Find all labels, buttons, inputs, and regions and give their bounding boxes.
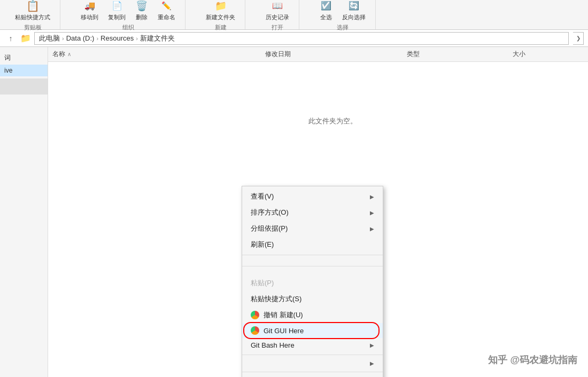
new-group-label: 新建 xyxy=(215,23,227,32)
reverse-select-icon: 🔄 xyxy=(347,0,360,12)
open-group-label: 打开 xyxy=(272,23,283,32)
sidebar-placeholder xyxy=(0,78,48,95)
folder-icon: 📁 xyxy=(21,34,30,43)
reverse-select-label: 反向选择 xyxy=(342,13,366,21)
column-header-size[interactable]: 大小 xyxy=(513,50,584,59)
column-header-type[interactable]: 类型 xyxy=(407,50,513,59)
column-date-label: 修改日期 xyxy=(265,50,291,59)
ctx-separator-3 xyxy=(242,355,383,355)
breadcrumb-part-newfolder: 新建文件夹 xyxy=(140,34,175,43)
move-icon: 🚚 xyxy=(83,0,96,12)
sort-arrow-icon: ∧ xyxy=(67,51,71,57)
ctx-sort-arrow: ▶ xyxy=(370,210,374,216)
ribbon-group-clipboard: 📋 粘贴快捷方式 剪贴板 xyxy=(5,0,60,29)
column-type-label: 类型 xyxy=(407,50,420,59)
breadcrumb-separator-3: › xyxy=(136,35,138,42)
column-size-label: 大小 xyxy=(513,50,525,59)
copy-to-label: 复制到 xyxy=(108,13,126,21)
ctx-item-customize[interactable] xyxy=(242,257,383,264)
column-name-label: 名称 xyxy=(52,50,65,59)
rename-button[interactable]: ✏️ 重命名 xyxy=(154,0,179,22)
ctx-item-new[interactable]: ▶ xyxy=(242,357,383,370)
select-all-label: 全选 xyxy=(320,13,332,21)
sidebar-item-label: 词 xyxy=(4,54,11,61)
sidebar-item-ive[interactable]: ive xyxy=(0,65,48,76)
ribbon-group-open: 📖 历史记录 打开 xyxy=(256,0,299,29)
select-all-button[interactable]: ☑️ 全选 xyxy=(316,0,336,22)
ribbon-group-select: ☑️ 全选 🔄 反向选择 选择 xyxy=(310,0,376,29)
watermark: 知乎 @码农避坑指南 xyxy=(488,354,577,366)
sidebar-item-word[interactable]: 词 xyxy=(0,51,48,65)
breadcrumb-part-resources: Resources xyxy=(100,34,134,42)
file-column-headers: 名称 ∧ 修改日期 类型 大小 xyxy=(48,47,588,62)
ctx-access-label: Git Bash Here xyxy=(251,341,295,349)
file-area[interactable]: 名称 ∧ 修改日期 类型 大小 此文件夹为空。 查看(V) ▶ xyxy=(48,47,588,377)
git-bash-icon xyxy=(251,326,259,335)
back-button[interactable]: ↑ xyxy=(4,32,17,45)
ctx-new-arrow: ▶ xyxy=(370,360,374,366)
ctx-item-refresh[interactable]: 刷新(E) xyxy=(242,237,383,253)
paste-shortcut-button[interactable]: 📋 粘贴快捷方式 xyxy=(12,0,53,22)
ctx-item-paste xyxy=(242,269,383,275)
move-to-label: 移动到 xyxy=(81,13,98,21)
new-folder-icon: 📁 xyxy=(214,0,227,12)
ctx-separator-1 xyxy=(242,255,383,255)
new-folder-label: 新建文件夹 xyxy=(206,13,235,21)
ctx-item-view[interactable]: 查看(V) ▶ xyxy=(242,189,383,205)
ctx-item-undo[interactable]: 粘贴快捷方式(S) xyxy=(242,291,383,307)
ctx-git-gui-label: 撤销 新建(U) xyxy=(264,310,303,320)
ctx-undo-label: 粘贴快捷方式(S) xyxy=(251,294,301,304)
rename-icon: ✏️ xyxy=(160,0,173,12)
clipboard-group-label: 剪贴板 xyxy=(24,23,42,32)
ctx-item-sort[interactable]: 排序方式(O) ▶ xyxy=(242,205,383,221)
ribbon: 📋 粘贴快捷方式 剪贴板 🚚 移动到 📄 复制到 🗑️ 删除 ✏️ 重命名 xyxy=(0,0,588,30)
breadcrumb-part-computer: 此电脑 xyxy=(39,34,60,43)
breadcrumb-dropdown-button[interactable]: ❯ xyxy=(573,32,584,45)
ribbon-group-new: 📁 新建文件夹 新建 xyxy=(196,0,245,29)
select-group-label: 选择 xyxy=(337,23,349,32)
ctx-group-arrow: ▶ xyxy=(370,226,374,232)
ctx-group-label: 分组依据(P) xyxy=(251,224,288,233)
ctx-item-properties[interactable] xyxy=(242,374,383,377)
git-gui-icon xyxy=(251,311,259,319)
paste-shortcut-label: 粘贴快捷方式 xyxy=(15,13,50,21)
ribbon-group-organize: 🚚 移动到 📄 复制到 🗑️ 删除 ✏️ 重命名 组织 xyxy=(71,0,185,29)
select-all-icon: ☑️ xyxy=(320,0,332,12)
delete-icon: 🗑️ xyxy=(135,0,148,12)
move-to-button[interactable]: 🚚 移动到 xyxy=(78,0,102,22)
ctx-item-git-bash[interactable]: Git GUI Here xyxy=(242,323,383,338)
ctx-refresh-label: 刷新(E) xyxy=(251,240,274,249)
ctx-git-bash-label: Git GUI Here xyxy=(264,327,304,335)
delete-button[interactable]: 🗑️ 删除 xyxy=(132,0,151,22)
ctx-sort-label: 排序方式(O) xyxy=(251,208,289,217)
ctx-separator-2 xyxy=(242,266,383,266)
empty-folder-message: 此文件夹为空。 xyxy=(308,116,357,126)
ctx-item-access[interactable]: Git Bash Here ▶ xyxy=(242,338,383,352)
ctx-view-arrow: ▶ xyxy=(370,194,374,200)
breadcrumb-separator-1: › xyxy=(62,35,64,42)
ctx-item-group[interactable]: 分组依据(P) ▶ xyxy=(242,221,383,237)
sidebar-item-label: ive xyxy=(4,67,12,74)
ctx-access-arrow: ▶ xyxy=(370,342,374,348)
copy-icon: 📄 xyxy=(111,0,123,12)
ctx-item-git-gui[interactable]: 撤销 新建(U) xyxy=(242,307,383,323)
history-label: 历史记录 xyxy=(266,13,289,21)
history-button[interactable]: 📖 历史记录 xyxy=(262,0,292,22)
reverse-select-button[interactable]: 🔄 反向选择 xyxy=(339,0,369,22)
ctx-paste-shortcut-label: 粘贴(P) xyxy=(251,278,274,288)
new-folder-button[interactable]: 📁 新建文件夹 xyxy=(203,0,238,22)
sidebar: 词 ive xyxy=(0,47,48,377)
ctx-item-paste-shortcut: 粘贴(P) xyxy=(242,275,383,291)
breadcrumb-separator-2: › xyxy=(96,35,98,42)
address-bar: ↑ 📁 此电脑 › Data (D:) › Resources › 新建文件夹 … xyxy=(0,30,588,47)
column-header-date[interactable]: 修改日期 xyxy=(265,50,407,59)
column-header-name[interactable]: 名称 ∧ xyxy=(52,50,265,59)
ctx-separator-4 xyxy=(242,372,383,372)
context-menu: 查看(V) ▶ 排序方式(O) ▶ 分组依据(P) ▶ xyxy=(242,186,383,377)
ctx-view-label: 查看(V) xyxy=(251,192,274,201)
breadcrumb[interactable]: 此电脑 › Data (D:) › Resources › 新建文件夹 xyxy=(34,32,569,45)
organize-group-label: 组织 xyxy=(122,23,134,32)
copy-to-button[interactable]: 📄 复制到 xyxy=(105,0,129,22)
breadcrumb-part-drive: Data (D:) xyxy=(66,34,95,42)
main-area: 词 ive 名称 ∧ 修改日期 类型 大小 此文件夹为空。 xyxy=(0,47,588,377)
